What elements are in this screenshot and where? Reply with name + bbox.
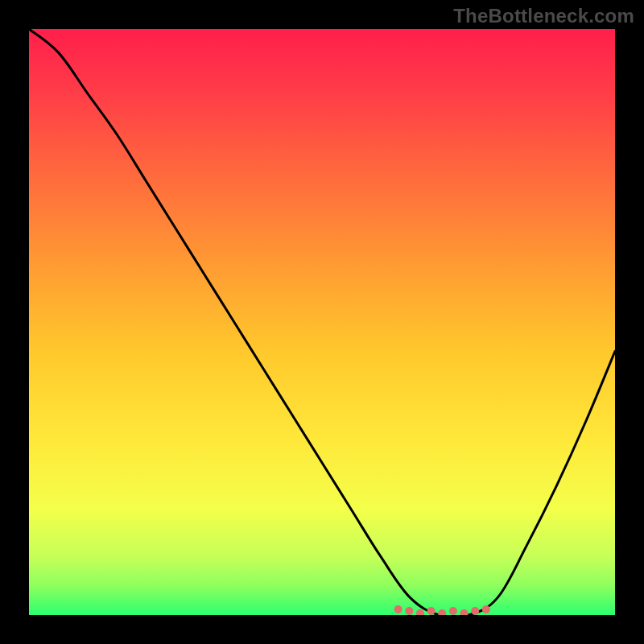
min-dot [482,605,490,613]
min-dot [471,607,479,615]
min-dot [405,607,413,615]
min-dot [427,607,436,615]
attribution-text: TheBottleneck.com [453,5,634,27]
min-dot [394,605,402,613]
min-dot [449,607,457,615]
chart-frame: TheBottleneck.com [0,0,644,644]
chart-svg [29,29,615,615]
plot-area [29,29,615,615]
heatmap-background [29,29,615,615]
